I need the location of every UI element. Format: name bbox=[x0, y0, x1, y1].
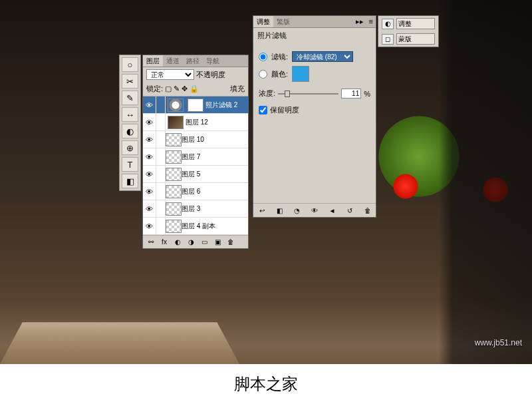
layer-name: 图层 7 bbox=[182, 152, 248, 162]
layer-thumb bbox=[166, 168, 182, 181]
color-radio[interactable] bbox=[259, 70, 267, 79]
visibility-icon[interactable]: 👁 bbox=[143, 183, 156, 200]
tab-adjust[interactable]: 调整 bbox=[253, 16, 273, 27]
layer-row[interactable]: 👁图层 7 bbox=[143, 148, 248, 166]
filter-radio[interactable] bbox=[259, 53, 267, 61]
trash-icon[interactable]: 🗑 bbox=[225, 238, 236, 247]
fx-icon[interactable]: fx bbox=[159, 238, 170, 247]
layer-row[interactable]: 👁图层 10 bbox=[143, 131, 248, 148]
link-cell[interactable] bbox=[156, 97, 166, 114]
layer-thumb bbox=[166, 202, 182, 216]
density-slider[interactable] bbox=[278, 93, 338, 95]
table-surface bbox=[0, 322, 239, 364]
layers-footer: ⚯ fx ◐ ◑ ▭ ▣ 🗑 bbox=[143, 235, 248, 248]
link-cell[interactable] bbox=[156, 148, 166, 166]
layer-row[interactable]: 👁图层 12 bbox=[143, 114, 248, 131]
tool-btn-7[interactable]: ◧ bbox=[122, 174, 138, 188]
layer-thumb bbox=[168, 99, 184, 112]
tool-btn-1[interactable]: ✂ bbox=[122, 74, 138, 89]
preserve-checkbox[interactable] bbox=[259, 106, 267, 114]
eye-icon[interactable]: 👁 bbox=[310, 206, 320, 215]
link-cell[interactable] bbox=[156, 114, 166, 131]
back-icon[interactable]: ↩ bbox=[257, 206, 267, 215]
layer-mask-thumb bbox=[188, 99, 203, 112]
layer-name: 照片滤镜 2 bbox=[205, 101, 248, 110]
layer-thumb bbox=[166, 150, 182, 164]
density-unit: % bbox=[364, 90, 370, 98]
lock-icon[interactable]: ✎ bbox=[174, 85, 180, 93]
link-cell[interactable] bbox=[156, 131, 166, 148]
preset-icon[interactable]: ◧ bbox=[275, 206, 285, 215]
layers-tabs: 图层 通道 路径 导航 bbox=[143, 55, 248, 67]
group-icon[interactable]: ▭ bbox=[199, 238, 209, 247]
adjustment-icon[interactable]: ◑ bbox=[186, 238, 196, 247]
visibility-icon[interactable]: 👁 bbox=[143, 148, 156, 166]
caption-bar: 脚本之家 bbox=[0, 364, 532, 404]
visibility-icon[interactable]: 👁 bbox=[143, 200, 156, 218]
reset-icon[interactable]: ↺ bbox=[345, 206, 355, 215]
layer-name: 图层 3 bbox=[182, 204, 248, 214]
mask-icon[interactable]: ◻ bbox=[382, 34, 394, 45]
link-cell[interactable] bbox=[156, 200, 166, 218]
layer-row[interactable]: 👁图层 4 副本 bbox=[143, 218, 248, 235]
layer-name: 图层 4 副本 bbox=[182, 222, 248, 231]
layers-panel: 图层 通道 路径 导航 正常 不透明度 锁定: ▢ ✎ ✥ 🔒 填充 👁照片滤镜… bbox=[142, 55, 249, 249]
layer-list: 👁照片滤镜 2👁图层 12👁图层 10👁图层 7👁图层 5👁图层 6👁图层 3👁… bbox=[143, 96, 248, 235]
lock-label: 锁定: bbox=[146, 84, 163, 94]
tab-channels[interactable]: 通道 bbox=[163, 55, 183, 67]
link-cell[interactable] bbox=[156, 183, 166, 200]
tab-paths[interactable]: 路径 bbox=[183, 55, 203, 67]
filter-select[interactable]: 冷却滤镜 (82) bbox=[292, 51, 353, 62]
toolbox-panel: ○ ✂ ✎ ↔ ◐ ⊕ T ◧ bbox=[119, 55, 141, 191]
visibility-icon[interactable]: 👁 bbox=[143, 114, 156, 131]
slider-knob[interactable] bbox=[285, 91, 290, 97]
mask-button[interactable]: 蒙版 bbox=[396, 33, 435, 45]
tab-nav[interactable]: 导航 bbox=[203, 55, 223, 67]
layer-thumb bbox=[168, 116, 184, 129]
trash-icon[interactable]: 🗑 bbox=[362, 206, 372, 215]
lock-icon[interactable]: ✥ bbox=[182, 85, 188, 93]
tool-btn-4[interactable]: ◐ bbox=[122, 124, 138, 138]
adjust-button[interactable]: 调整 bbox=[396, 18, 435, 29]
visibility-icon[interactable]: 👁 bbox=[143, 97, 156, 114]
layer-thumb bbox=[166, 133, 182, 146]
tab-alt[interactable]: 繁版 bbox=[273, 16, 293, 27]
layer-name: 图层 12 bbox=[186, 118, 248, 127]
lock-icon[interactable]: 🔒 bbox=[190, 85, 199, 93]
prev-icon[interactable]: ◄ bbox=[327, 206, 337, 215]
tool-btn-6[interactable]: T bbox=[122, 157, 138, 172]
panel-menu-icon[interactable]: ≡ bbox=[366, 16, 376, 27]
layer-row[interactable]: 👁图层 5 bbox=[143, 166, 248, 183]
density-input[interactable] bbox=[341, 89, 361, 99]
link-cell[interactable] bbox=[156, 166, 166, 183]
layer-row[interactable]: 👁照片滤镜 2 bbox=[143, 97, 248, 114]
mask-icon[interactable]: ◐ bbox=[172, 238, 183, 247]
visibility-icon[interactable]: 👁 bbox=[143, 166, 156, 183]
panel-next-icon[interactable]: ▸▸ bbox=[353, 16, 366, 27]
new-layer-icon[interactable]: ▣ bbox=[212, 238, 223, 247]
blend-mode-select[interactable]: 正常 bbox=[146, 69, 194, 80]
visibility-icon[interactable]: 👁 bbox=[143, 218, 156, 235]
tool-btn-3[interactable]: ↔ bbox=[122, 107, 138, 122]
tool-btn-5[interactable]: ⊕ bbox=[122, 140, 138, 155]
clip-icon[interactable]: ◔ bbox=[292, 206, 302, 215]
tab-layers[interactable]: 图层 bbox=[143, 55, 163, 67]
layer-row[interactable]: 👁图层 3 bbox=[143, 200, 248, 218]
layer-name: 图层 6 bbox=[182, 187, 248, 196]
color-swatch[interactable] bbox=[292, 66, 309, 82]
adjust-title: 照片滤镜 bbox=[253, 28, 376, 43]
density-label: 浓度: bbox=[259, 89, 275, 99]
visibility-icon[interactable]: 👁 bbox=[143, 131, 156, 148]
lock-icon[interactable]: ▢ bbox=[165, 85, 172, 93]
link-cell[interactable] bbox=[156, 218, 166, 235]
layer-name: 图层 10 bbox=[182, 135, 248, 144]
filter-label: 滤镜: bbox=[271, 52, 288, 62]
layer-thumb bbox=[166, 220, 182, 233]
color-label: 颜色: bbox=[271, 69, 288, 79]
tool-btn-0[interactable]: ○ bbox=[122, 57, 138, 72]
layer-name: 图层 5 bbox=[182, 170, 248, 179]
adjust-icon[interactable]: ◐ bbox=[382, 19, 394, 29]
tool-btn-2[interactable]: ✎ bbox=[122, 91, 138, 105]
layer-row[interactable]: 👁图层 6 bbox=[143, 183, 248, 200]
link-icon[interactable]: ⚯ bbox=[146, 238, 156, 247]
